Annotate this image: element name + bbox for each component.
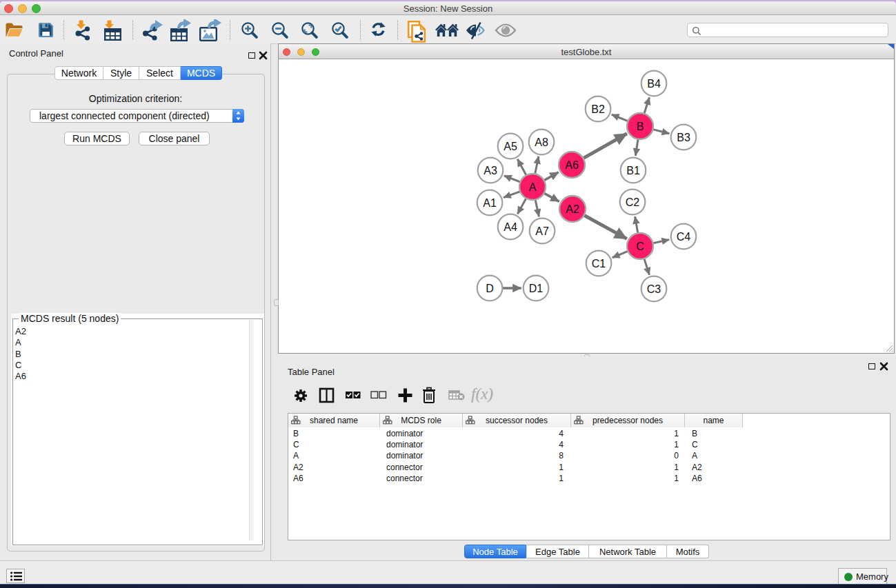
svg-text:C3: C3	[647, 283, 661, 295]
svg-text:A3: A3	[484, 165, 497, 176]
svg-text:B1: B1	[626, 165, 640, 176]
svg-text:B2: B2	[591, 103, 605, 115]
svg-text:A: A	[529, 181, 537, 193]
svg-text:C2: C2	[626, 196, 640, 208]
svg-text:C: C	[636, 241, 644, 252]
svg-text:B4: B4	[647, 78, 661, 90]
svg-text:A5: A5	[504, 141, 517, 152]
svg-text:A1: A1	[483, 197, 497, 209]
svg-text:D: D	[486, 283, 494, 294]
svg-text:C1: C1	[592, 258, 606, 270]
svg-text:A4: A4	[504, 221, 517, 233]
svg-text:B3: B3	[677, 132, 690, 143]
svg-text:A7: A7	[535, 225, 549, 237]
svg-text:C4: C4	[677, 231, 691, 243]
svg-text:A8: A8	[535, 136, 548, 148]
svg-text:A6: A6	[565, 159, 579, 171]
svg-text:A2: A2	[566, 203, 579, 215]
svg-text:B: B	[637, 121, 644, 132]
svg-text:D1: D1	[529, 283, 544, 294]
